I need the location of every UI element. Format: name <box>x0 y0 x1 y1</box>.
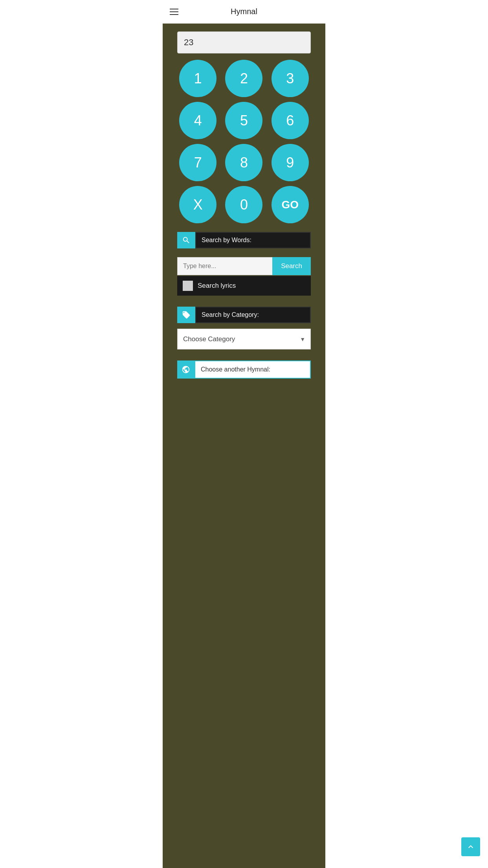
category-dropdown-wrapper: Choose Category Praise Worship Hymns Gos… <box>177 329 311 349</box>
numpad-3[interactable]: 3 <box>272 60 309 97</box>
search-words-label: Search by Words: <box>195 232 311 248</box>
globe-icon <box>182 365 190 374</box>
search-category-section: Search by Category: <box>177 307 311 323</box>
numpad-7[interactable]: 7 <box>179 144 216 181</box>
numpad-clear[interactable]: X <box>179 186 216 223</box>
numpad-9[interactable]: 9 <box>272 144 309 181</box>
numpad-4[interactable]: 4 <box>179 102 216 139</box>
choose-hymnal-label: Choose another Hymnal: <box>194 360 311 379</box>
numpad-0[interactable]: 0 <box>225 186 262 223</box>
menu-button[interactable] <box>170 9 178 15</box>
hymnal-icon <box>177 360 194 379</box>
category-dropdown[interactable]: Choose Category Praise Worship Hymns Gos… <box>177 329 311 349</box>
search-words-section: Search by Words: <box>177 232 311 248</box>
search-category-label: Search by Category: <box>195 307 311 323</box>
search-category-header: Search by Category: <box>177 307 311 323</box>
numpad-8[interactable]: 8 <box>225 144 262 181</box>
number-display: 23 <box>177 31 311 53</box>
search-category-icon <box>177 307 195 323</box>
search-words-header: Search by Words: <box>177 232 311 248</box>
app-title: Hymnal <box>231 7 257 16</box>
numpad-2[interactable]: 2 <box>225 60 262 97</box>
app-header: Hymnal <box>163 0 325 24</box>
choose-hymnal-row[interactable]: Choose another Hymnal: <box>177 360 311 379</box>
search-input-row: Search <box>177 257 311 275</box>
search-lyrics-label[interactable]: Search lyrics <box>198 282 236 290</box>
search-lyrics-row: Search lyrics <box>177 276 311 296</box>
main-content: 23 1 2 3 4 5 6 7 8 9 X 0 GO Search by Wo… <box>163 24 325 868</box>
numpad-5[interactable]: 5 <box>225 102 262 139</box>
search-text-input[interactable] <box>177 257 272 275</box>
magnifier-icon <box>182 236 191 245</box>
tag-icon <box>182 311 191 319</box>
numpad-go[interactable]: GO <box>272 186 309 223</box>
search-button[interactable]: Search <box>272 257 311 275</box>
numpad: 1 2 3 4 5 6 7 8 9 X 0 GO <box>177 60 311 223</box>
search-words-icon <box>177 232 195 248</box>
numpad-1[interactable]: 1 <box>179 60 216 97</box>
numpad-6[interactable]: 6 <box>272 102 309 139</box>
search-lyrics-checkbox[interactable] <box>183 281 193 291</box>
